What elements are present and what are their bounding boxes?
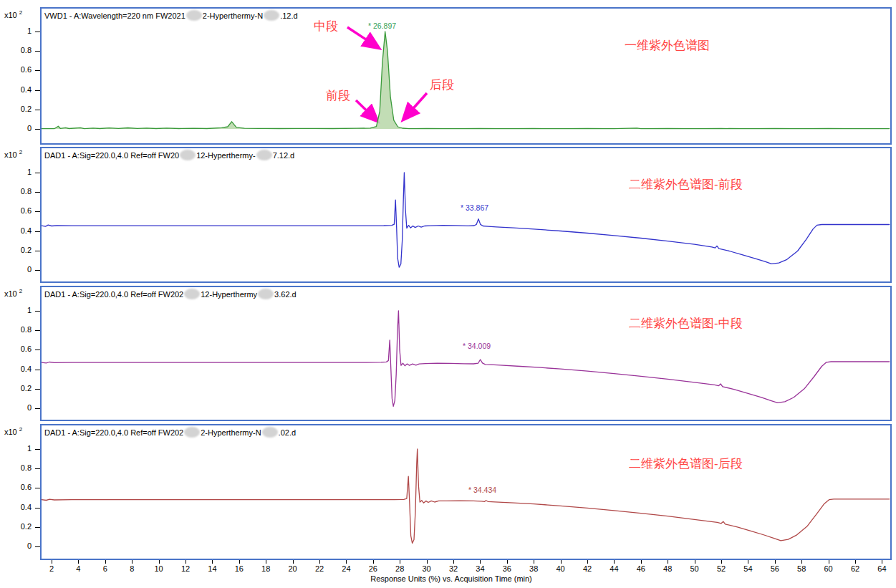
- y-tick-mark: [35, 508, 40, 509]
- panel-caption-2d-middle: 二维紫外色谱图-中段: [629, 315, 743, 332]
- y-scale-exponent: 2: [19, 426, 22, 433]
- redaction-blob: [256, 150, 272, 160]
- y-tick-label: 0.6: [1, 483, 32, 491]
- x-tick-label: 40: [556, 564, 564, 573]
- trace-plot-2d-middle: [42, 287, 890, 420]
- x-tick-mark: [266, 560, 266, 564]
- y-tick-label: 0.2: [1, 522, 32, 531]
- trace-header: DAD1 - A:Sig=220.0,4.0 Ref=off FW20212-H…: [44, 289, 297, 299]
- x-tick-mark: [453, 560, 454, 564]
- x-tick-mark: [346, 560, 347, 564]
- x-tick-mark: [801, 560, 802, 564]
- y-scale-exponent: 2: [19, 9, 22, 16]
- x-tick-label: 22: [315, 564, 324, 573]
- y-tick-mark: [35, 32, 40, 32]
- y-scale-label: x10 2: [4, 9, 22, 19]
- y-tick-mark: [35, 90, 40, 91]
- y-tick-mark: [35, 192, 40, 193]
- y-scale-label: x10 2: [4, 426, 22, 436]
- y-tick-mark: [35, 350, 40, 350]
- x-tick-mark: [427, 560, 428, 564]
- redaction-blob: [186, 10, 202, 21]
- y-tick-mark: [35, 173, 40, 173]
- x-tick-label: 42: [583, 564, 592, 573]
- y-tick-mark: [35, 330, 40, 331]
- y-tick-mark: [35, 129, 40, 130]
- annotation-back-section: 后段: [430, 77, 454, 93]
- y-tick-label: 1: [1, 26, 32, 35]
- panel-caption-1d-uv: 一维紫外色谱图: [625, 37, 710, 54]
- x-tick-label: 34: [476, 564, 484, 573]
- x-tick-mark: [159, 560, 160, 564]
- x-tick-mark: [561, 560, 562, 564]
- y-tick-mark: [35, 449, 40, 450]
- peak-retention-label: * 33.867: [461, 203, 488, 212]
- y-tick-label: 0.8: [1, 187, 32, 196]
- x-tick-mark: [882, 560, 882, 564]
- y-tick-mark: [35, 527, 40, 528]
- y-tick-mark: [35, 251, 40, 251]
- y-tick-label: 0.4: [1, 503, 32, 511]
- y-scale-exponent: 2: [19, 149, 22, 155]
- y-tick-mark: [35, 546, 40, 547]
- x-tick-label: 50: [690, 564, 698, 573]
- x-tick-mark: [829, 560, 829, 564]
- redaction-blob: [180, 150, 196, 160]
- y-tick-label: 0: [1, 403, 32, 412]
- y-scale-label: x10 2: [4, 149, 22, 159]
- x-tick-label: 8: [130, 564, 134, 573]
- y-tick-label: 1: [1, 444, 32, 453]
- y-tick-mark: [35, 488, 40, 488]
- x-tick-label: 14: [208, 564, 216, 573]
- redaction-blob: [262, 427, 278, 438]
- y-tick-label: 0.4: [1, 365, 32, 373]
- x-tick-mark: [52, 560, 52, 564]
- x-tick-mark: [319, 560, 320, 564]
- x-tick-mark: [105, 560, 106, 564]
- x-tick-mark: [78, 560, 79, 564]
- x-tick-mark: [239, 560, 240, 564]
- y-tick-label: 0.6: [1, 344, 32, 353]
- annotation-front-section: 前段: [326, 87, 350, 104]
- x-axis-caption: Response Units (%) vs. Acquisition Time …: [21, 574, 881, 583]
- trace-plot-2d-front: [42, 148, 890, 281]
- x-tick-mark: [748, 560, 748, 564]
- trace-header: VWD1 - A:Wavelength=220 nm FW20212-Hyper…: [44, 10, 298, 21]
- x-tick-label: 64: [877, 564, 886, 573]
- trace-header: DAD1 - A:Sig=220.0,4.0 Ref=off FW2022-Hy…: [44, 427, 296, 438]
- x-tick-mark: [507, 560, 508, 564]
- x-tick-mark: [480, 560, 481, 564]
- x-tick-label: 30: [422, 564, 430, 573]
- x-tick-mark: [855, 560, 856, 564]
- y-tick-label: 1: [1, 306, 32, 314]
- chromatography-viewer: VWD1 - A:Wavelength=220 nm FW20212-Hyper…: [0, 0, 896, 588]
- x-tick-mark: [212, 560, 213, 564]
- y-tick-label: 0.2: [1, 384, 32, 392]
- y-tick-mark: [35, 70, 40, 71]
- x-tick-label: 16: [235, 564, 244, 573]
- y-tick-mark: [35, 110, 40, 110]
- x-tick-label: 46: [637, 564, 645, 573]
- x-tick-label: 32: [449, 564, 458, 573]
- redaction-blob: [184, 427, 200, 438]
- chromatogram-panel-2d-front: DAD1 - A:Sig=220.0,4.0 Ref=off FW2012-Hy…: [40, 147, 892, 283]
- y-tick-label: 0.4: [1, 85, 32, 94]
- redaction-blob: [258, 289, 274, 299]
- x-tick-label: 28: [395, 564, 404, 573]
- x-tick-label: 6: [103, 564, 107, 573]
- y-tick-label: 1: [1, 168, 32, 176]
- x-tick-label: 36: [503, 564, 511, 573]
- x-tick-label: 38: [529, 564, 538, 573]
- annotation-middle-section: 中段: [314, 18, 338, 34]
- x-tick-mark: [186, 560, 186, 564]
- x-tick-label: 48: [663, 564, 672, 573]
- y-tick-label: 0.2: [1, 105, 32, 113]
- x-tick-label: 18: [261, 564, 270, 573]
- x-tick-label: 52: [717, 564, 726, 573]
- y-tick-label: 0: [1, 541, 32, 550]
- chromatogram-panel-2d-back: DAD1 - A:Sig=220.0,4.0 Ref=off FW2022-Hy…: [40, 424, 892, 560]
- x-tick-mark: [614, 560, 615, 564]
- y-tick-label: 0.4: [1, 226, 32, 235]
- peak-retention-label: * 34.434: [468, 486, 496, 494]
- x-tick-label: 26: [369, 564, 377, 573]
